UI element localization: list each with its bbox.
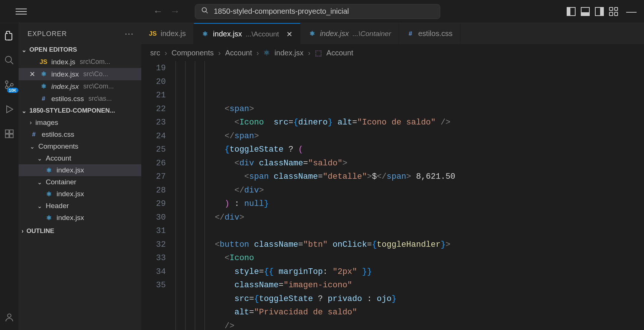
project-section[interactable]: ⌄ 1850-STYLED-COMPONEN... [19, 105, 141, 117]
tree-file-account-index[interactable]: ⚛ index.jsx [19, 164, 141, 176]
extensions-icon[interactable] [3, 128, 15, 140]
svg-point-12 [7, 314, 11, 317]
close-icon[interactable]: ✕ [286, 30, 293, 39]
chevron-down-icon: ⌄ [37, 155, 42, 162]
svg-rect-9 [6, 134, 9, 138]
command-center-text: 1850-styled-components-proyecto_inicial [214, 7, 349, 16]
chevron-down-icon: ⌄ [30, 143, 35, 150]
symbol-icon: ⬚ [315, 48, 322, 57]
chevron-down-icon: ⌄ [22, 107, 26, 114]
open-editor-item[interactable]: ✕ JS index.js src\Com... [19, 56, 141, 68]
open-editor-item[interactable]: ✕ # estilos.css src\as... [19, 93, 141, 105]
react-file-icon: ⚛ [39, 70, 48, 78]
source-control-icon[interactable]: 10K [3, 79, 15, 91]
breadcrumb-segment[interactable]: Components [171, 49, 213, 57]
react-file-icon: ⚛ [45, 166, 53, 174]
breadcrumb-segment[interactable]: Account [225, 49, 252, 57]
react-file-icon: ⚛ [201, 30, 209, 38]
chevron-right-icon: › [30, 119, 32, 126]
react-file-icon: ⚛ [263, 48, 270, 57]
open-editor-item[interactable]: ✕ ⚛ index.jsx src\Co... [19, 68, 141, 80]
layout-controls [567, 7, 618, 16]
minimize-button[interactable]: — [626, 6, 637, 17]
svg-marker-7 [7, 106, 13, 113]
tab-index-jsx-container[interactable]: ⚛ index.jsx ...\Container [300, 23, 399, 44]
line-gutter: 1920212223242526272829303132333435 [141, 61, 176, 330]
chevron-down-icon: ⌄ [22, 46, 26, 54]
breadcrumb-segment[interactable]: index.jsx [274, 49, 303, 57]
tree-folder-account[interactable]: ⌄ Account [19, 152, 141, 164]
react-file-icon: ⚛ [39, 82, 48, 90]
search-icon [201, 7, 209, 16]
tree-folder-container[interactable]: ⌄ Container [19, 176, 141, 188]
open-editors-section[interactable]: ⌄ OPEN EDITORS [19, 44, 141, 56]
chevron-right-icon: › [218, 49, 221, 57]
tree-file-header-index[interactable]: ⚛ index.jsx [19, 212, 141, 224]
svg-line-1 [206, 12, 208, 13]
breadcrumbs[interactable]: src › Components › Account › ⚛ index.jsx… [141, 45, 644, 61]
project-label: 1850-STYLED-COMPONEN... [29, 107, 115, 114]
css-file-icon: # [406, 30, 415, 38]
react-file-icon: ⚛ [45, 214, 53, 222]
svg-rect-11 [10, 130, 13, 133]
toggle-panel-icon[interactable] [581, 7, 590, 16]
sidebar-more-icon[interactable]: ··· [125, 29, 134, 39]
customize-layout-icon[interactable] [609, 7, 618, 16]
svg-point-2 [6, 56, 12, 62]
source-control-badge: 10K [7, 88, 18, 93]
breadcrumb-segment[interactable]: Account [326, 49, 353, 57]
tab-index-js[interactable]: JS index.js [141, 23, 194, 44]
svg-point-4 [6, 81, 8, 84]
tab-index-jsx-account[interactable]: ⚛ index.jsx ...\Account ✕ [194, 23, 301, 44]
nav-back-icon[interactable]: ← [153, 6, 163, 17]
sidebar: EXPLORER ··· ⌄ OPEN EDITORS ✕ JS index.j… [19, 23, 141, 330]
svg-rect-8 [6, 130, 9, 133]
menu-button[interactable] [16, 6, 27, 17]
svg-point-0 [202, 8, 207, 12]
activity-bar: 10K [0, 23, 19, 330]
js-file-icon: JS [149, 30, 157, 38]
command-center[interactable]: 1850-styled-components-proyecto_inicial [195, 4, 440, 19]
react-file-icon: ⚛ [45, 190, 53, 198]
chevron-right-icon: › [257, 49, 259, 57]
editor-area: JS index.js ⚛ index.jsx ...\Account ✕ ⚛ … [141, 23, 644, 330]
toggle-secondary-sidebar-icon[interactable] [595, 7, 604, 16]
chevron-right-icon: › [165, 49, 167, 57]
open-editor-item[interactable]: ✕ ⚛ index.jsx src\Com... [19, 80, 141, 93]
outline-section[interactable]: › OUTLINE [19, 225, 141, 237]
svg-point-6 [11, 84, 13, 86]
chevron-right-icon: › [308, 49, 310, 57]
breadcrumb-segment[interactable]: src [150, 49, 160, 57]
code-editor[interactable]: 1920212223242526272829303132333435 <span… [141, 61, 644, 330]
react-file-icon: ⚛ [308, 30, 316, 38]
svg-rect-10 [10, 134, 13, 138]
explorer-icon[interactable] [3, 30, 15, 42]
editor-tabs: JS index.js ⚛ index.jsx ...\Account ✕ ⚛ … [141, 23, 644, 45]
tree-folder-header[interactable]: ⌄ Header [19, 200, 141, 212]
tab-estilos-css[interactable]: # estilos.css [399, 23, 460, 44]
toggle-primary-sidebar-icon[interactable] [567, 7, 576, 16]
js-file-icon: JS [39, 58, 48, 66]
code-content[interactable]: <span> <Icono src={dinero} alt="Icono de… [176, 61, 644, 330]
close-icon[interactable]: ✕ [29, 70, 36, 78]
chevron-down-icon: ⌄ [37, 179, 42, 186]
run-debug-icon[interactable] [3, 103, 15, 115]
nav-forward-icon[interactable]: → [170, 6, 180, 17]
tree-file-container-index[interactable]: ⚛ index.jsx [19, 188, 141, 200]
titlebar: ← → 1850-styled-components-proyecto_inic… [0, 0, 644, 23]
chevron-right-icon: › [22, 228, 23, 234]
outline-label: OUTLINE [26, 227, 54, 235]
accounts-icon[interactable] [3, 311, 15, 323]
svg-line-3 [11, 62, 13, 64]
tree-folder-components[interactable]: ⌄ Components [19, 140, 141, 152]
search-icon[interactable] [3, 54, 15, 66]
tree-file-estilos[interactable]: # estilos.css [19, 129, 141, 140]
chevron-down-icon: ⌄ [37, 203, 42, 210]
tree-folder-images[interactable]: › images [19, 117, 141, 129]
open-editors-label: OPEN EDITORS [29, 46, 77, 54]
css-file-icon: # [39, 95, 48, 103]
sidebar-title: EXPLORER [28, 30, 67, 38]
css-file-icon: # [30, 131, 38, 138]
